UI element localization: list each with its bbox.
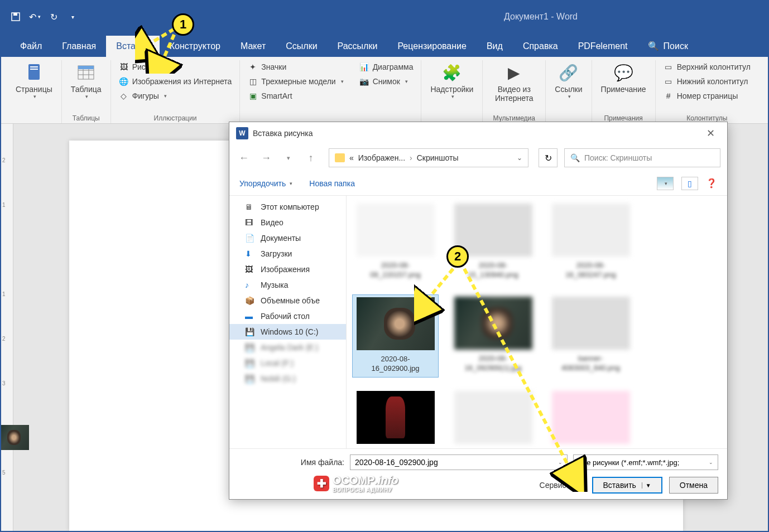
desktop-icon: ▬ — [245, 312, 255, 321]
dialog-titlebar: W Вставка рисунка ✕ — [229, 122, 727, 144]
watermark: ✚ OCOMP.info ВОПРОСЫ АДМИНУ — [314, 474, 398, 493]
table-button[interactable]: Таблица ▾ — [66, 60, 106, 101]
tab-file[interactable]: Файл — [10, 36, 52, 57]
tab-references[interactable]: Ссылки — [276, 36, 327, 57]
footer-button[interactable]: ▭Нижний колонтитул — [660, 75, 754, 88]
organize-button[interactable]: Упорядочить ▾ — [239, 179, 292, 188]
3dmodels-button[interactable]: ◫Трехмерные модели▾ — [244, 75, 347, 88]
drive-icon: 💾 — [245, 374, 255, 383]
footer-icon: ▭ — [664, 76, 674, 86]
dialog-toolbar: Упорядочить ▾ Новая папка ▾ ▯ ❓ — [229, 171, 727, 196]
comments-group-label: Примечания — [604, 114, 642, 122]
file-label: 2020-08-09_220157.png — [354, 260, 436, 281]
file-item[interactable]: 2020-08-15_130940.png — [450, 201, 536, 283]
sidebar-documents[interactable]: 📄Документы — [229, 230, 346, 246]
breadcrumb-part1[interactable]: Изображен... — [358, 153, 405, 162]
shapes-button[interactable]: ◇Фигуры▾ — [116, 89, 235, 103]
file-item[interactable] — [450, 389, 536, 448]
insert-button[interactable]: Вставить▼ — [592, 477, 662, 494]
organize-label: Упорядочить — [239, 179, 286, 188]
sidebar-c-drive[interactable]: 💾Windows 10 (C:) — [229, 324, 346, 340]
tab-mailings[interactable]: Рассылки — [328, 36, 388, 57]
sidebar-music[interactable]: ♪Музыка — [229, 277, 346, 293]
online-video-button[interactable]: ▶ Видео из Интернета — [487, 60, 541, 105]
chevron-down-icon[interactable]: ▼ — [642, 482, 651, 489]
tab-layout[interactable]: Макет — [230, 36, 276, 57]
help-icon[interactable]: ❓ — [706, 178, 717, 188]
sidebar-this-pc[interactable]: 🖥Этот компьютер — [229, 199, 346, 215]
drive-icon: 💾 — [245, 359, 255, 367]
pictures-icon: 🖼 — [119, 62, 129, 72]
service-button[interactable]: Сервис▾ — [540, 481, 575, 490]
page-number-button[interactable]: #Номер страницы — [660, 89, 754, 103]
breadcrumb-part2[interactable]: Скриншоты — [417, 153, 459, 162]
icons-button[interactable]: ✦Значки — [244, 60, 347, 74]
chevron-down-icon[interactable]: ⌄ — [709, 460, 713, 465]
pages-button[interactable]: Страницы ▾ — [11, 60, 57, 101]
sidebar-3dobjects[interactable]: 📦Объемные объе — [229, 293, 346, 308]
file-item[interactable]: 2020-08-16_092900(1).jpg — [450, 294, 536, 378]
cancel-button[interactable]: Отмена — [669, 477, 718, 494]
up-icon[interactable]: ↑ — [303, 150, 319, 166]
tab-home[interactable]: Главная — [52, 36, 106, 57]
redo-icon[interactable]: ↻ — [48, 11, 59, 22]
sb-label: Изображения — [261, 265, 310, 274]
breadcrumb[interactable]: « Изображен... › Скриншоты ⌄ — [329, 148, 528, 167]
file-thumbnail — [552, 204, 630, 257]
sidebar-item[interactable]: 💾Local (F:) — [229, 355, 346, 371]
sidebar-videos[interactable]: 🎞Видео — [229, 215, 346, 230]
watermark-suffix: .info — [375, 474, 398, 486]
tab-pdfelement[interactable]: PDFelement — [568, 36, 638, 57]
screenshot-button[interactable]: 📷Снимок▾ — [356, 75, 417, 88]
new-folder-button[interactable]: Новая папка — [309, 179, 355, 188]
file-label: 2020-08-16_083247.png — [550, 260, 632, 281]
filename-input[interactable]: 2020-08-16_092900.jpg ⌄ — [350, 454, 568, 470]
comment-button[interactable]: 💬 Примечание — [597, 60, 651, 96]
file-item[interactable]: 2020-08-09_220157.png — [352, 201, 439, 283]
pictures-button[interactable]: 🖼Рисунки — [116, 60, 235, 74]
online-pictures-button[interactable]: 🌐Изображения из Интернета — [116, 75, 235, 88]
undo-icon[interactable]: ↶▾ — [29, 11, 40, 22]
file-item-selected[interactable]: 2020-08-16_092900.jpg — [352, 294, 439, 378]
file-item[interactable] — [547, 389, 634, 448]
file-item[interactable]: 2020-08-16_083247.png — [547, 201, 634, 283]
links-button[interactable]: 🔗 Ссылки ▾ — [550, 60, 587, 101]
back-icon[interactable]: ← — [236, 150, 252, 166]
chevron-down-icon[interactable]: ⌄ — [558, 460, 563, 465]
tab-view[interactable]: Вид — [477, 36, 513, 57]
smartart-button[interactable]: ▣SmartArt — [244, 89, 347, 103]
chevron-down-icon[interactable]: ▾ — [281, 150, 296, 166]
preview-pane-button[interactable]: ▯ — [681, 177, 698, 190]
chart-button[interactable]: 📊Диаграмма — [356, 60, 417, 74]
svg-rect-3 — [30, 66, 38, 67]
filetype-select[interactable]: Все рисунки (*.emf;*.wmf;*.jpg; ⌄ — [573, 454, 718, 470]
tab-review[interactable]: Рецензирование — [387, 36, 477, 57]
tab-design[interactable]: Конструктор — [160, 36, 230, 57]
addins-button[interactable]: 🧩 Надстройки ▾ — [426, 60, 478, 101]
sidebar-desktop[interactable]: ▬Рабочий стол — [229, 308, 346, 324]
dialog-search-input[interactable]: 🔍 Поиск: Скриншоты — [564, 148, 720, 167]
close-icon[interactable]: ✕ — [701, 125, 720, 142]
file-item[interactable]: banner-4083003_640.png — [547, 294, 634, 378]
view-button[interactable]: ▾ — [657, 177, 674, 190]
sidebar-downloads[interactable]: ⬇Загрузки — [229, 246, 346, 262]
qat-customize-icon[interactable]: ▾ — [67, 11, 78, 22]
smartart-icon: ▣ — [248, 91, 258, 101]
chevron-down-icon[interactable]: ⌄ — [517, 154, 522, 162]
ribbon-tabs: Файл Главная Вставка Конструктор Макет С… — [1, 32, 768, 57]
sidebar-item[interactable]: 💾Angela Dark (E:) — [229, 340, 346, 355]
save-icon[interactable] — [10, 11, 21, 22]
sidebar-item[interactable]: 💾Nobili (G:) — [229, 371, 346, 386]
refresh-icon[interactable]: ↻ — [539, 148, 557, 167]
forward-icon[interactable]: → — [258, 150, 274, 166]
tab-help[interactable]: Справка — [513, 36, 568, 57]
search-tab[interactable]: 🔍 Поиск — [638, 35, 698, 57]
file-grid[interactable]: 2020-08-09_220157.png 2020-08-15_130940.… — [347, 196, 727, 448]
tab-insert[interactable]: Вставка — [106, 36, 159, 57]
header-button[interactable]: ▭Верхний колонтитул — [660, 60, 754, 74]
search-label: Поиск — [664, 41, 688, 51]
file-item[interactable] — [352, 389, 439, 448]
icons-icon: ✦ — [248, 62, 258, 72]
sidebar-pictures[interactable]: 🖼Изображения — [229, 262, 346, 277]
shapes-label: Фигуры — [132, 91, 159, 100]
